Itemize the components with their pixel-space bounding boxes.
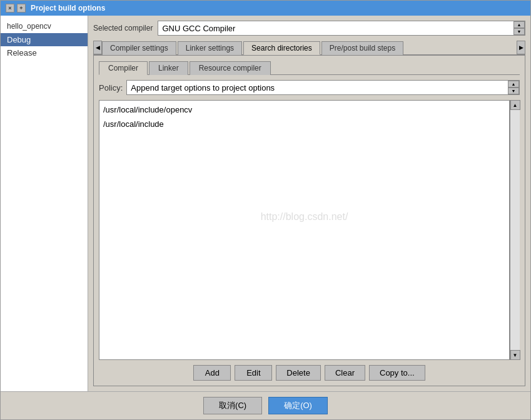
- dir-entry-1: /usr/local/include: [102, 118, 507, 132]
- window-content: hello_opencv Debug Release Selected comp…: [1, 16, 530, 391]
- policy-select-wrap: Append target options to project options…: [126, 80, 520, 95]
- copy-to-button[interactable]: Copy to...: [369, 365, 425, 381]
- policy-spinner-down[interactable]: ▼: [508, 88, 519, 94]
- compiler-spinner-up[interactable]: ▲: [513, 21, 525, 28]
- policy-row: Policy: Append target options to project…: [99, 80, 520, 95]
- compiler-row: Selected compiler GNU GCC Compiler ▲ ▼: [93, 21, 525, 36]
- scrollbar-down[interactable]: ▼: [510, 350, 520, 360]
- add-button[interactable]: Add: [193, 365, 231, 381]
- compiler-select-wrap: GNU GCC Compiler ▲ ▼: [158, 21, 525, 36]
- titlebar-buttons: × +: [6, 4, 26, 12]
- action-buttons: Add Edit Delete Clear Copy to...: [99, 365, 520, 381]
- tab-scroll-left[interactable]: ◀: [93, 41, 102, 54]
- compiler-label: Selected compiler: [93, 24, 153, 32]
- directory-list-inner: /usr/local/include/opencv /usr/local/inc…: [102, 103, 507, 132]
- directory-list[interactable]: /usr/local/include/opencv /usr/local/inc…: [99, 100, 510, 360]
- window-title: Project build options: [31, 4, 105, 12]
- expand-button[interactable]: +: [17, 4, 26, 12]
- policy-spinner-up[interactable]: ▲: [508, 81, 519, 88]
- tab-compiler-settings[interactable]: Compiler settings: [102, 41, 176, 55]
- inner-panel: Compiler Linker Resource compiler Policy…: [93, 55, 525, 386]
- main-panel: Selected compiler GNU GCC Compiler ▲ ▼ ◀…: [88, 16, 530, 391]
- compiler-spinner-down[interactable]: ▼: [513, 28, 525, 35]
- directory-area: /usr/local/include/opencv /usr/local/inc…: [99, 100, 520, 360]
- scrollbar-up[interactable]: ▲: [510, 100, 520, 110]
- tab-search-directories[interactable]: Search directories: [243, 41, 320, 55]
- project-name: hello_opencv: [1, 19, 88, 33]
- compiler-spinner: ▲ ▼: [513, 21, 525, 35]
- outer-tabs-bar: ◀ Compiler settings Linker settings Sear…: [93, 41, 525, 55]
- bottom-bar: 取消(C) 确定(O): [1, 391, 530, 419]
- inner-tab-compiler[interactable]: Compiler: [99, 61, 148, 75]
- sidebar-item-release[interactable]: Release: [1, 46, 88, 59]
- project-build-options-window: × + Project build options hello_opencv D…: [0, 0, 531, 420]
- confirm-button[interactable]: 确定(O): [268, 397, 328, 414]
- cancel-button[interactable]: 取消(C): [203, 397, 262, 414]
- titlebar: × + Project build options: [1, 1, 530, 16]
- tab-pre-post-build[interactable]: Pre/post build steps: [321, 41, 403, 55]
- directory-scrollbar: ▲ ▼: [510, 100, 520, 360]
- compiler-select[interactable]: GNU GCC Compiler: [158, 21, 525, 36]
- dir-entry-0: /usr/local/include/opencv: [102, 103, 507, 118]
- inner-tabs-bar: Compiler Linker Resource compiler: [99, 61, 520, 75]
- sidebar-item-debug[interactable]: Debug: [1, 33, 88, 46]
- policy-select[interactable]: Append target options to project options: [126, 80, 520, 95]
- tab-linker-settings[interactable]: Linker settings: [178, 41, 242, 55]
- close-button[interactable]: ×: [6, 4, 14, 12]
- edit-button[interactable]: Edit: [235, 365, 272, 381]
- policy-spinner: ▲ ▼: [508, 81, 519, 94]
- clear-button[interactable]: Clear: [325, 365, 365, 381]
- delete-button[interactable]: Delete: [276, 365, 321, 381]
- watermark: http://blog.csdn.net/: [261, 211, 348, 222]
- policy-label: Policy:: [99, 83, 123, 92]
- outer-tabs-list: Compiler settings Linker settings Search…: [102, 41, 517, 54]
- inner-tab-resource-compiler[interactable]: Resource compiler: [190, 61, 271, 75]
- inner-tab-linker[interactable]: Linker: [149, 61, 188, 75]
- tab-scroll-right[interactable]: ▶: [517, 41, 525, 54]
- sidebar: hello_opencv Debug Release: [1, 16, 88, 391]
